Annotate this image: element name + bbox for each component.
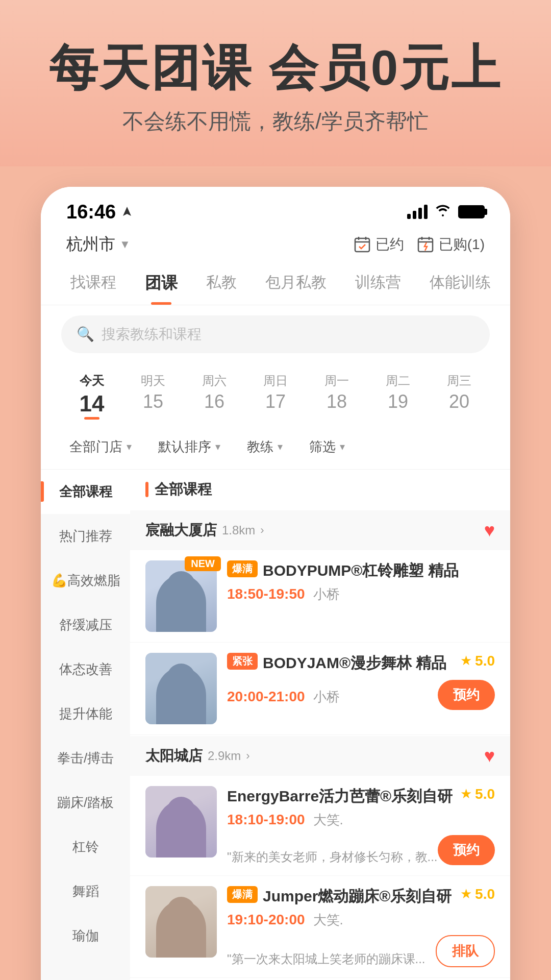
course-card-energybarre: EnergyBarre活力芭蕾®乐刻自研 ★ 5.0 18:10-19:00 大… bbox=[130, 776, 510, 876]
course-name-1: BODYPUMP®杠铃雕塑 精品 bbox=[263, 560, 459, 580]
course-thumbnail-2 bbox=[145, 653, 217, 724]
favorite-icon-1[interactable]: ♥ bbox=[484, 520, 495, 541]
sidebar-item-dance[interactable]: 舞蹈 bbox=[41, 869, 130, 914]
badge-tight-2: 紧张 bbox=[227, 653, 258, 670]
time-display: 16:46 bbox=[66, 201, 116, 223]
favorite-icon-2[interactable]: ♥ bbox=[484, 745, 495, 767]
filter-trainer[interactable]: 教练 ▾ bbox=[239, 434, 291, 460]
course-row-action-3: "新来的美女老师，身材修长匀称，教... 预约 bbox=[227, 835, 495, 865]
sidebar-item-all-courses[interactable]: 全部课程 bbox=[41, 470, 130, 514]
search-icon: 🔍 bbox=[77, 326, 94, 342]
store-arrow-icon: › bbox=[260, 524, 264, 537]
sidebar-item-popular[interactable]: 热门推荐 bbox=[41, 514, 130, 558]
course-card-info-3: EnergyBarre活力芭蕾®乐刻自研 ★ 5.0 18:10-19:00 大… bbox=[227, 786, 495, 865]
course-time-trainer-2: 20:00-21:00 小桥 bbox=[227, 688, 340, 710]
svg-rect-0 bbox=[355, 238, 369, 252]
course-trainer-1: 小桥 bbox=[313, 585, 340, 603]
badge-full-1: 爆满 bbox=[227, 560, 258, 577]
date-num-tomorrow: 15 bbox=[124, 391, 182, 412]
hero-section: 每天团课 会员0元上 不会练不用慌，教练/学员齐帮忙 bbox=[0, 0, 551, 166]
course-thumbnail-3 bbox=[145, 786, 217, 857]
status-icons bbox=[407, 203, 485, 221]
store-header-1[interactable]: 宸融大厦店 1.8km › ♥ bbox=[130, 510, 510, 550]
star-icon-3: ★ bbox=[460, 786, 472, 802]
date-num-tue: 19 bbox=[369, 391, 427, 412]
date-item-today[interactable]: 今天 14 bbox=[61, 369, 122, 421]
person-body-3 bbox=[156, 800, 206, 857]
content-area: 全部课程 热门推荐 💪高效燃脂 舒缓减压 体态改善 提升体能 拳击/搏击 蹦床/… bbox=[41, 470, 510, 980]
sidebar: 全部课程 热门推荐 💪高效燃脂 舒缓减压 体态改善 提升体能 拳击/搏击 蹦床/… bbox=[41, 470, 130, 980]
trainer-photo-3 bbox=[145, 786, 217, 857]
course-time-row-3: 18:10-19:00 大笑. bbox=[227, 811, 495, 829]
rating-score-4: 5.0 bbox=[475, 886, 495, 902]
date-label-today: 今天 bbox=[63, 373, 120, 389]
course-title-row-1: 爆满 BODYPUMP®杠铃雕塑 精品 bbox=[227, 560, 495, 580]
course-card-bodyjam: 紧张 BODYJAM®漫步舞林 精品 ★ 5.0 20:00-21:00 小桥 bbox=[130, 643, 510, 735]
course-card-jumper: 爆满 Jumper燃动蹦床®乐刻自研 ★ 5.0 19:10-20:00 大笑.… bbox=[130, 876, 510, 978]
store-info-1: 宸融大厦店 1.8km › bbox=[145, 521, 264, 540]
tab-personal-trainer[interactable]: 私教 bbox=[192, 264, 251, 305]
sidebar-item-fitness[interactable]: 提升体能 bbox=[41, 692, 130, 736]
filter-screen[interactable]: 筛选 ▾ bbox=[301, 434, 353, 460]
date-item-mon[interactable]: 周一 18 bbox=[306, 369, 367, 421]
sidebar-item-boxing[interactable]: 拳击/搏击 bbox=[41, 736, 130, 780]
tab-fitness-training[interactable]: 体能训练 bbox=[415, 264, 505, 305]
date-item-sun[interactable]: 周日 17 bbox=[245, 369, 306, 421]
tab-monthly-pt[interactable]: 包月私教 bbox=[251, 264, 341, 305]
date-item-wed[interactable]: 周三 20 bbox=[429, 369, 490, 421]
tab-group-class[interactable]: 团课 bbox=[131, 264, 192, 305]
filter-all-stores[interactable]: 全部门店 ▾ bbox=[61, 434, 140, 460]
date-item-sat[interactable]: 周六 16 bbox=[184, 369, 245, 421]
wifi-icon bbox=[435, 203, 451, 221]
store-header-2[interactable]: 太阳城店 2.9km › ♥ bbox=[130, 736, 510, 776]
new-badge: NEW bbox=[185, 556, 221, 571]
course-time-3: 18:10-19:00 bbox=[227, 812, 305, 828]
sidebar-item-barbell[interactable]: 杠铃 bbox=[41, 825, 130, 869]
filter-sort[interactable]: 默认排序 ▾ bbox=[150, 434, 229, 460]
sidebar-item-trampoline[interactable]: 蹦床/踏板 bbox=[41, 780, 130, 825]
rating-2: ★ 5.0 bbox=[460, 653, 495, 669]
rating-score-2: 5.0 bbox=[475, 653, 495, 669]
sidebar-item-fat-burn[interactable]: 💪高效燃脂 bbox=[41, 558, 130, 603]
course-title-row-3: EnergyBarre活力芭蕾®乐刻自研 ★ 5.0 bbox=[227, 786, 495, 806]
course-name-4: Jumper燃动蹦床®乐刻自研 bbox=[263, 886, 452, 906]
person-body bbox=[156, 575, 206, 632]
purchased-label: 已购(1) bbox=[439, 235, 485, 254]
date-num-today: 14 bbox=[80, 391, 105, 416]
date-item-tomorrow[interactable]: 明天 15 bbox=[122, 369, 184, 421]
tab-camp[interactable]: 训练营 bbox=[341, 264, 415, 305]
hero-title: 每天团课 会员0元上 bbox=[31, 41, 520, 95]
sidebar-item-posture[interactable]: 体态改善 bbox=[41, 647, 130, 692]
section-header: 全部课程 bbox=[130, 470, 510, 509]
store-info-2: 太阳城店 2.9km › bbox=[145, 746, 250, 766]
store-arrow-icon-2: › bbox=[246, 749, 249, 763]
course-trainer-2: 小桥 bbox=[313, 688, 340, 706]
search-placeholder: 搜索教练和课程 bbox=[102, 325, 202, 344]
course-trainer-3: 大笑. bbox=[313, 811, 343, 829]
person-body-2 bbox=[156, 667, 206, 724]
booked-button[interactable]: 已约 bbox=[353, 235, 404, 254]
course-trainer-4: 大笑. bbox=[313, 911, 343, 929]
date-num-wed: 20 bbox=[431, 391, 488, 412]
thumb-wrap-1: NEW bbox=[145, 560, 217, 632]
chevron-down-icon: ▾ bbox=[215, 440, 220, 453]
search-bar[interactable]: 🔍 搜索教练和课程 bbox=[61, 315, 490, 353]
sidebar-item-yoga[interactable]: 瑜伽 bbox=[41, 914, 130, 958]
sidebar-item-relax[interactable]: 舒缓减压 bbox=[41, 603, 130, 647]
queue-button-jumper[interactable]: 排队 bbox=[436, 935, 495, 967]
navigation-icon bbox=[121, 206, 133, 218]
tab-find-course[interactable]: 找课程 bbox=[56, 264, 131, 305]
course-row-action-4: "第一次来太阳城上笑老师的蹦床课... 排队 bbox=[227, 935, 495, 967]
date-item-tue[interactable]: 周二 19 bbox=[367, 369, 429, 421]
course-time-row-4: 19:10-20:00 大笑. bbox=[227, 911, 495, 929]
location-selector[interactable]: 杭州市 ▼ bbox=[66, 233, 131, 256]
purchased-button[interactable]: 已购(1) bbox=[416, 235, 485, 254]
section-title: 全部课程 bbox=[145, 480, 212, 499]
course-card-bodypump: NEW 爆满 BODYPUMP®杠铃雕塑 精品 18:50-19:50 小桥 bbox=[130, 550, 510, 643]
status-bar: 16:46 bbox=[41, 187, 510, 228]
course-row-action-2: 20:00-21:00 小桥 预约 bbox=[227, 680, 495, 710]
badge-full-4: 爆满 bbox=[227, 886, 258, 903]
book-button-bodyjam[interactable]: 预约 bbox=[438, 680, 495, 710]
course-thumbnail-4 bbox=[145, 886, 217, 958]
book-button-energybarre[interactable]: 预约 bbox=[438, 835, 495, 865]
